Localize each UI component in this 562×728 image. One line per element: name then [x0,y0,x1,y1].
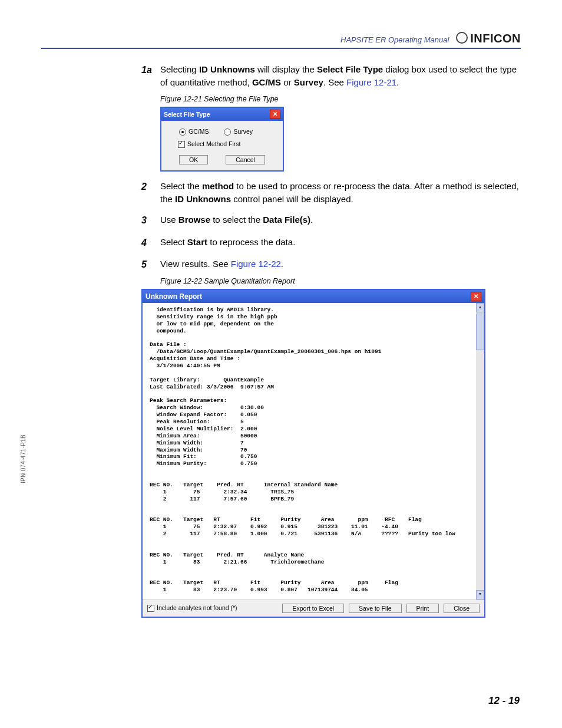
radio-gcms[interactable]: GC/MS [179,128,209,136]
step-4: 4 Select Start to reprocess the data. [141,236,521,249]
radio-survey[interactable]: Survey [224,128,253,136]
close-icon[interactable]: ✕ [471,292,481,301]
logo-icon [456,32,468,44]
figure-link-12-21[interactable]: Figure 12-21 [346,77,396,87]
step-text: Selecting ID Unknowns will display the S… [160,63,521,89]
page-number: 12 - 19 [488,695,520,707]
step-text: Use Browse to select the Data File(s). [160,213,313,227]
select-file-type-dialog: Select File Type ✕ GC/MS Survey Select M… [160,107,284,172]
checkbox-include-not-found[interactable]: Include analytes not found (*) [147,604,237,612]
save-to-file-button[interactable]: Save to File [349,604,401,613]
scrollbar[interactable]: ▴ ▾ [476,303,484,599]
report-text-area: identification is by AMDIS library. Sens… [143,303,476,599]
step-number: 1a [141,63,160,89]
step-text: Select Start to reprocess the data. [160,236,295,249]
figure-link-12-22[interactable]: Figure 12-22 [231,259,281,269]
dialog-title: Select File Type [164,111,210,118]
brand-logo: INFICON [456,32,521,45]
figure-caption-12-22: Figure 12-22 Sample Quantitation Report [160,277,521,285]
step-3: 3 Use Browse to select the Data File(s). [141,213,521,227]
cancel-button[interactable]: Cancel [226,155,265,164]
scroll-thumb[interactable] [476,314,484,350]
figure-caption-12-21: Figure 12-21 Selecting the File Type [160,95,521,103]
step-number: 2 [141,180,160,206]
close-icon[interactable]: ✕ [270,110,280,119]
side-ipn-label: IPN 074-471-P1B [20,434,27,483]
dialog-title: Unknown Report [146,292,202,301]
dialog-titlebar: Select File Type ✕ [161,108,283,121]
print-button[interactable]: Print [406,604,439,613]
header-rule [41,48,521,49]
scroll-down-icon[interactable]: ▾ [476,590,484,599]
dialog-titlebar: Unknown Report ✕ [143,290,484,303]
step-number: 4 [141,236,160,249]
step-5: 5 View results. See Figure 12-22. [141,258,521,271]
manual-title: HAPSITE ER Operating Manual [340,35,449,45]
export-excel-button[interactable]: Export to Excel [282,604,344,613]
step-number: 3 [141,213,160,227]
close-button[interactable]: Close [444,604,480,613]
checkbox-select-method-first[interactable]: Select Method First [178,140,240,147]
step-text: Select the method to be used to process … [160,180,521,206]
ok-button[interactable]: OK [179,155,208,164]
step-number: 5 [141,258,160,271]
brand-text: INFICON [470,32,521,45]
scroll-up-icon[interactable]: ▴ [476,303,484,312]
unknown-report-dialog: Unknown Report ✕ identification is by AM… [141,289,485,618]
step-1a: 1a Selecting ID Unknowns will display th… [141,63,521,89]
step-2: 2 Select the method to be used to proces… [141,180,521,206]
step-text: View results. See Figure 12-22. [160,258,283,271]
